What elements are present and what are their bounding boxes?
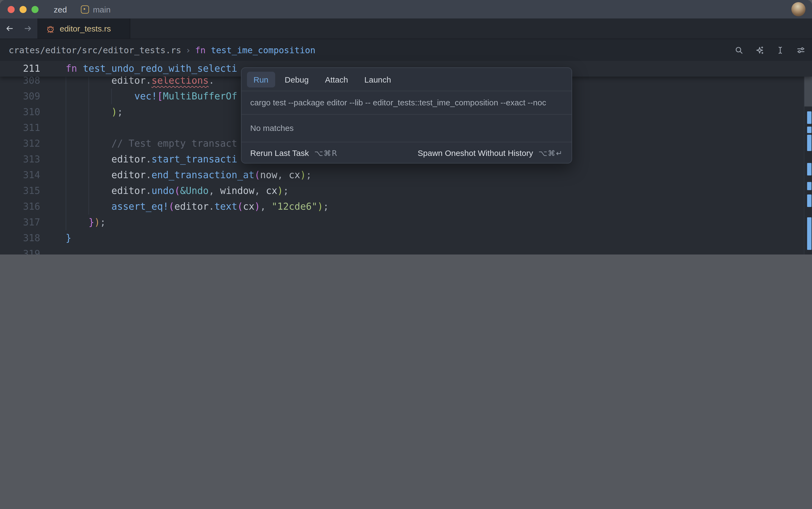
line-number[interactable]: 316 [0,199,40,214]
breadcrumb[interactable]: crates/editor/src/editor_tests.rs › fn t… [9,45,316,55]
tab-bar: editor_tests.rs [0,19,812,39]
line-number[interactable]: 312 [0,136,40,151]
line-number[interactable]: 314 [0,167,40,183]
scrollbar-match-mark [807,135,811,151]
breadcrumb-symbol-keyword: fn [195,45,206,55]
popup-tab-run[interactable]: Run [247,71,275,87]
line-number[interactable]: 211 [0,61,40,77]
project-name: zed [54,5,67,14]
breadcrumb-bar: crates/editor/src/editor_tests.rs › fn t… [0,39,812,61]
zoom-window-button[interactable] [32,6,39,13]
popup-tab-debug[interactable]: Debug [278,71,315,87]
code-line[interactable]: 319 [0,246,812,254]
rust-crab-icon [46,24,56,33]
branch-name: main [93,5,110,14]
rerun-last-task-label: Rerun Last Task [250,148,309,158]
line-number[interactable]: 311 [0,120,40,136]
vertical-scrollbar[interactable] [804,61,812,254]
inline-assist-icon[interactable] [753,44,765,56]
code-line[interactable]: 316 assert_eq!(editor.text(cx), "12cde6"… [0,199,812,214]
line-number[interactable]: 315 [0,183,40,199]
avatar[interactable] [791,2,806,16]
scrollbar-match-mark [807,163,811,175]
task-command[interactable]: cargo test --package editor --lib -- edi… [242,91,571,114]
line-number[interactable]: 313 [0,151,40,167]
line-number[interactable]: 318 [0,230,40,246]
editor-controls-icon[interactable] [795,44,807,56]
no-matches-label: No matches [242,114,571,142]
rerun-shortcut: ⌥⌘R [314,148,338,157]
breadcrumb-separator: › [186,45,191,55]
spawn-oneshot-label: Spawn Oneshot Without History [418,148,533,158]
rerun-last-task-button[interactable]: Rerun Last Task ⌥⌘R [250,148,338,158]
breadcrumb-symbol-name: test_ime_composition [211,45,316,55]
line-number[interactable]: 317 [0,214,40,230]
scrollbar-match-mark [807,217,811,250]
tab-editor-tests[interactable]: editor_tests.rs [38,19,130,39]
scrollbar-match-mark [807,127,811,133]
title-bar: zed main [0,0,812,19]
line-number[interactable]: 319 [0,246,40,254]
code-line[interactable]: 314 editor.end_transaction_at(now, cx); [0,167,812,183]
popup-footer: Rerun Last Task ⌥⌘R Spawn Oneshot Withou… [242,142,571,164]
spawn-shortcut: ⌥⌘↵ [539,148,563,157]
code-line[interactable]: 317 }); [0,214,812,230]
zed-window: zed main editor_tests [0,0,812,254]
popup-tab-launch[interactable]: Launch [358,71,398,87]
back-button[interactable] [3,23,15,34]
forward-button[interactable] [22,23,34,34]
scrollbar-match-mark [807,111,811,124]
tab-label: editor_tests.rs [60,24,111,33]
popup-tab-attach[interactable]: Attach [318,71,355,87]
scrollbar-match-mark [807,182,811,190]
popup-tab-strip: RunDebugAttachLaunch [242,68,571,91]
code-line[interactable]: 315 editor.undo(&Undo, window, cx); [0,183,812,199]
line-number[interactable]: 310 [0,104,40,120]
line-number[interactable]: 309 [0,88,40,104]
search-icon[interactable] [733,44,745,56]
breadcrumb-path: crates/editor/src/editor_tests.rs [9,45,181,55]
minimize-window-button[interactable] [20,6,27,13]
spawn-oneshot-button[interactable]: Spawn Oneshot Without History ⌥⌘↵ [418,148,563,158]
branch-button[interactable]: main [81,5,110,14]
edit-cursor-icon[interactable] [774,44,786,56]
code-line[interactable]: 318} [0,230,812,246]
task-runner-popup: RunDebugAttachLaunch cargo test --packag… [241,67,572,164]
scrollbar-match-mark [807,195,811,207]
close-window-button[interactable] [8,6,15,13]
branch-icon [81,5,89,13]
nav-history [0,19,38,39]
